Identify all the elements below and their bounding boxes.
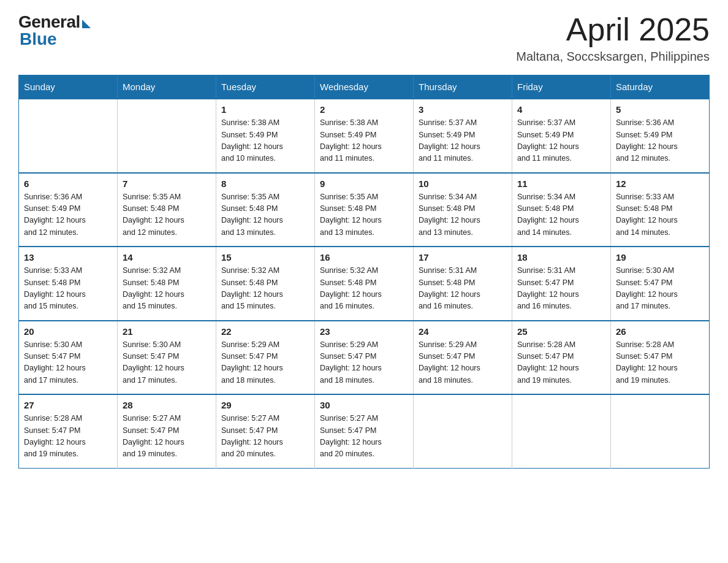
day-number: 24 — [419, 326, 507, 337]
calendar-cell: 13Sunrise: 5:33 AMSunset: 5:48 PMDayligh… — [19, 247, 118, 321]
calendar-cell: 10Sunrise: 5:34 AMSunset: 5:48 PMDayligh… — [414, 173, 512, 247]
day-info: Sunrise: 5:34 AMSunset: 5:48 PMDaylight:… — [517, 191, 605, 239]
calendar-cell: 24Sunrise: 5:29 AMSunset: 5:47 PMDayligh… — [414, 321, 512, 395]
day-info: Sunrise: 5:35 AMSunset: 5:48 PMDaylight:… — [123, 191, 211, 239]
day-info: Sunrise: 5:29 AMSunset: 5:47 PMDaylight:… — [221, 339, 309, 387]
day-number: 4 — [517, 104, 605, 115]
calendar-cell: 15Sunrise: 5:32 AMSunset: 5:48 PMDayligh… — [216, 247, 315, 321]
calendar-cell: 21Sunrise: 5:30 AMSunset: 5:47 PMDayligh… — [118, 321, 216, 395]
day-info: Sunrise: 5:38 AMSunset: 5:49 PMDaylight:… — [320, 117, 408, 165]
day-number: 8 — [221, 178, 309, 189]
day-info: Sunrise: 5:27 AMSunset: 5:47 PMDaylight:… — [221, 413, 309, 461]
day-info: Sunrise: 5:27 AMSunset: 5:47 PMDaylight:… — [320, 413, 408, 461]
header-row: Sunday Monday Tuesday Wednesday Thursday… — [19, 75, 710, 99]
day-number: 21 — [123, 326, 211, 337]
day-number: 26 — [616, 326, 704, 337]
day-number: 7 — [123, 178, 211, 189]
calendar-cell: 18Sunrise: 5:31 AMSunset: 5:47 PMDayligh… — [512, 247, 611, 321]
calendar-cell: 14Sunrise: 5:32 AMSunset: 5:48 PMDayligh… — [118, 247, 216, 321]
logo-blue-text: Blue — [18, 29, 57, 49]
day-info: Sunrise: 5:33 AMSunset: 5:48 PMDaylight:… — [24, 265, 112, 313]
calendar-cell: 25Sunrise: 5:28 AMSunset: 5:47 PMDayligh… — [512, 321, 611, 395]
calendar-cell: 11Sunrise: 5:34 AMSunset: 5:48 PMDayligh… — [512, 173, 611, 247]
day-info: Sunrise: 5:34 AMSunset: 5:48 PMDaylight:… — [419, 191, 507, 239]
day-number: 9 — [320, 178, 408, 189]
calendar-cell — [611, 394, 710, 468]
day-number: 15 — [221, 252, 309, 262]
day-number: 12 — [616, 178, 704, 189]
day-info: Sunrise: 5:30 AMSunset: 5:47 PMDaylight:… — [616, 265, 704, 313]
month-title: April 2025 — [516, 12, 710, 47]
calendar-cell: 20Sunrise: 5:30 AMSunset: 5:47 PMDayligh… — [19, 321, 118, 395]
day-info: Sunrise: 5:35 AMSunset: 5:48 PMDaylight:… — [320, 191, 408, 239]
location-subtitle: Maltana, Soccsksargen, Philippines — [516, 50, 710, 64]
calendar-week-2: 6Sunrise: 5:36 AMSunset: 5:49 PMDaylight… — [19, 173, 710, 247]
calendar-cell: 22Sunrise: 5:29 AMSunset: 5:47 PMDayligh… — [216, 321, 315, 395]
day-info: Sunrise: 5:29 AMSunset: 5:47 PMDaylight:… — [419, 339, 507, 387]
day-info: Sunrise: 5:29 AMSunset: 5:47 PMDaylight:… — [320, 339, 408, 387]
calendar-cell: 19Sunrise: 5:30 AMSunset: 5:47 PMDayligh… — [611, 247, 710, 321]
day-number: 14 — [123, 252, 211, 262]
header-monday: Monday — [118, 75, 216, 99]
title-section: April 2025 Maltana, Soccsksargen, Philip… — [516, 12, 710, 64]
calendar-week-1: 1Sunrise: 5:38 AMSunset: 5:49 PMDaylight… — [19, 99, 710, 173]
day-info: Sunrise: 5:31 AMSunset: 5:47 PMDaylight:… — [517, 265, 605, 313]
calendar-table: Sunday Monday Tuesday Wednesday Thursday… — [18, 75, 710, 469]
day-number: 11 — [517, 178, 605, 189]
calendar-week-3: 13Sunrise: 5:33 AMSunset: 5:48 PMDayligh… — [19, 247, 710, 321]
day-number: 18 — [517, 252, 605, 262]
day-info: Sunrise: 5:28 AMSunset: 5:47 PMDaylight:… — [616, 339, 704, 387]
day-info: Sunrise: 5:28 AMSunset: 5:47 PMDaylight:… — [24, 413, 112, 461]
page-header: General Blue April 2025 Maltana, Soccsks… — [18, 12, 710, 64]
calendar-cell — [118, 99, 216, 173]
header-saturday: Saturday — [611, 75, 710, 99]
day-info: Sunrise: 5:30 AMSunset: 5:47 PMDaylight:… — [123, 339, 211, 387]
day-info: Sunrise: 5:33 AMSunset: 5:48 PMDaylight:… — [616, 191, 704, 239]
day-number: 23 — [320, 326, 408, 337]
header-wednesday: Wednesday — [315, 75, 414, 99]
day-info: Sunrise: 5:37 AMSunset: 5:49 PMDaylight:… — [419, 117, 507, 165]
day-number: 19 — [616, 252, 704, 262]
header-thursday: Thursday — [414, 75, 512, 99]
day-info: Sunrise: 5:38 AMSunset: 5:49 PMDaylight:… — [221, 117, 309, 165]
day-number: 17 — [419, 252, 507, 262]
day-number: 30 — [320, 400, 408, 410]
header-friday: Friday — [512, 75, 611, 99]
day-number: 29 — [221, 400, 309, 410]
calendar-cell: 27Sunrise: 5:28 AMSunset: 5:47 PMDayligh… — [19, 394, 118, 468]
day-info: Sunrise: 5:30 AMSunset: 5:47 PMDaylight:… — [24, 339, 112, 387]
calendar-cell — [19, 99, 118, 173]
calendar-cell: 9Sunrise: 5:35 AMSunset: 5:48 PMDaylight… — [315, 173, 414, 247]
calendar-week-4: 20Sunrise: 5:30 AMSunset: 5:47 PMDayligh… — [19, 321, 710, 395]
logo: General Blue — [18, 12, 91, 49]
day-info: Sunrise: 5:36 AMSunset: 5:49 PMDaylight:… — [616, 117, 704, 165]
calendar-cell: 6Sunrise: 5:36 AMSunset: 5:49 PMDaylight… — [19, 173, 118, 247]
calendar-cell: 2Sunrise: 5:38 AMSunset: 5:49 PMDaylight… — [315, 99, 414, 173]
calendar-cell: 1Sunrise: 5:38 AMSunset: 5:49 PMDaylight… — [216, 99, 315, 173]
calendar-body: 1Sunrise: 5:38 AMSunset: 5:49 PMDaylight… — [19, 99, 710, 468]
day-number: 2 — [320, 104, 408, 115]
day-number: 28 — [123, 400, 211, 410]
day-number: 22 — [221, 326, 309, 337]
day-number: 6 — [24, 178, 112, 189]
header-tuesday: Tuesday — [216, 75, 315, 99]
day-info: Sunrise: 5:28 AMSunset: 5:47 PMDaylight:… — [517, 339, 605, 387]
day-info: Sunrise: 5:37 AMSunset: 5:49 PMDaylight:… — [517, 117, 605, 165]
calendar-cell: 7Sunrise: 5:35 AMSunset: 5:48 PMDaylight… — [118, 173, 216, 247]
day-info: Sunrise: 5:35 AMSunset: 5:48 PMDaylight:… — [221, 191, 309, 239]
calendar-cell: 26Sunrise: 5:28 AMSunset: 5:47 PMDayligh… — [611, 321, 710, 395]
calendar-header: Sunday Monday Tuesday Wednesday Thursday… — [19, 75, 710, 99]
day-number: 13 — [24, 252, 112, 262]
calendar-cell: 3Sunrise: 5:37 AMSunset: 5:49 PMDaylight… — [414, 99, 512, 173]
day-number: 25 — [517, 326, 605, 337]
day-number: 27 — [24, 400, 112, 410]
calendar-cell: 12Sunrise: 5:33 AMSunset: 5:48 PMDayligh… — [611, 173, 710, 247]
calendar-cell — [414, 394, 512, 468]
day-info: Sunrise: 5:27 AMSunset: 5:47 PMDaylight:… — [123, 413, 211, 461]
calendar-cell: 8Sunrise: 5:35 AMSunset: 5:48 PMDaylight… — [216, 173, 315, 247]
day-number: 16 — [320, 252, 408, 262]
calendar-cell: 17Sunrise: 5:31 AMSunset: 5:48 PMDayligh… — [414, 247, 512, 321]
day-info: Sunrise: 5:36 AMSunset: 5:49 PMDaylight:… — [24, 191, 112, 239]
calendar-cell: 23Sunrise: 5:29 AMSunset: 5:47 PMDayligh… — [315, 321, 414, 395]
day-info: Sunrise: 5:32 AMSunset: 5:48 PMDaylight:… — [221, 265, 309, 313]
